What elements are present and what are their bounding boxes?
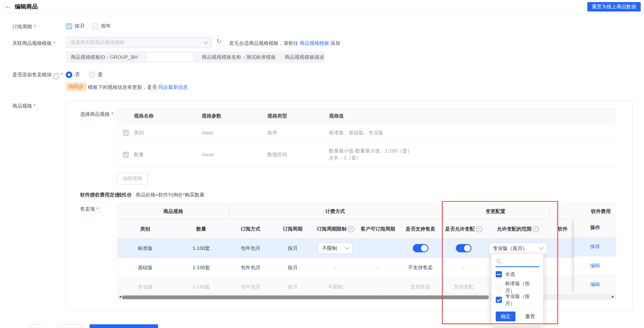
cell-customer: - — [357, 277, 399, 296]
pricing-value: 线性价 商品价格=软件刊例价*购买数量 — [117, 191, 204, 199]
sale-module-label-text: 是否添加售卖模块 — [12, 72, 52, 78]
scroll-right-icon[interactable]: ► — [611, 295, 615, 299]
allow-change-toggle-on[interactable] — [456, 244, 471, 252]
back-arrow-icon[interactable]: ← — [5, 3, 11, 10]
reset-button[interactable]: 重置 — [525, 313, 535, 320]
cell-mode: 包年包月 — [230, 277, 272, 296]
monthly-checkbox[interactable]: 按月 — [66, 23, 85, 30]
spec-name: 类别 — [134, 129, 202, 136]
spec-header-value: 规格值 — [329, 112, 616, 120]
spec-template-link[interactable]: 商品规格模板 — [299, 40, 329, 46]
sync-message: 模板下的规格信息有更新，是否 同步最新信息 — [88, 84, 188, 91]
bottom-button-2[interactable] — [58, 324, 81, 328]
scroll-left-icon[interactable]: ◄ — [118, 295, 122, 299]
limit-select-value: 不限制 — [322, 245, 337, 252]
cell-software-clipped — [551, 239, 575, 258]
pricing-formula: 商品价格=软件刊例价*购买数量 — [136, 192, 205, 198]
option-professional-monthly[interactable]: 专业版（按月） — [492, 293, 543, 306]
pricing-mode: 线性价 — [117, 192, 132, 198]
radio-selected-icon — [66, 71, 72, 78]
cell-customer: - — [357, 239, 399, 258]
spec-template-label: 关联商品规格模板 — [12, 40, 55, 47]
group-change-config: 变更配置 — [441, 204, 550, 219]
spec-selection-table: 规格名称 规格参数 规格类型 规格值 类别 class 枚举 标准版、基础版、专… — [117, 108, 616, 168]
group-software-fee: 软件费用 — [550, 204, 616, 219]
change-scope-dropdown: 全选 标准版（按月） 专业版（按月） 确定 重置 — [491, 254, 544, 326]
radio-no-label: 否 — [75, 71, 79, 78]
refresh-icon[interactable]: ↻ — [217, 38, 222, 45]
col-count: 数量 — [173, 220, 230, 239]
cell-category: 标准版 — [118, 239, 173, 258]
dropdown-search-input[interactable] — [504, 258, 538, 265]
product-spec-label: 商品规格 — [12, 103, 35, 110]
row-checkbox-checked-icon[interactable] — [123, 130, 129, 136]
row-checkbox-checked-icon[interactable] — [123, 151, 129, 158]
sync-latest-link[interactable]: 同步最新信息 — [158, 84, 188, 90]
dropdown-search[interactable] — [495, 257, 539, 267]
option-standard-label: 标准版（按月） — [505, 280, 539, 294]
subscription-period-label: 订阅周期 — [12, 23, 35, 30]
yearly-checkbox[interactable]: 按年 — [92, 23, 111, 30]
cell-category: 基础版 — [118, 258, 173, 277]
operation-fixed-column: 操作 保存 编辑 编辑 — [574, 219, 616, 294]
sync-status-badge: 待同步 — [66, 83, 86, 91]
spec-param: class — [202, 130, 268, 135]
option-standard-monthly[interactable]: 标准版（按月） — [492, 281, 543, 293]
cell-mode: 包年包月 — [230, 258, 272, 277]
info-icon[interactable]: i — [53, 73, 59, 79]
hint-suffix: 添加 — [330, 40, 340, 46]
spec-table-row: 数量 count 数值区间 数量最小值-数量最大值：1-100（套） 步长：1（… — [118, 141, 616, 167]
col-change-scope: 允许变配的范围i — [485, 220, 551, 239]
limit-select[interactable]: 不限制 — [318, 243, 353, 254]
template-desc: 商品规格模板描述："/><script/src="//ts... — [285, 54, 325, 61]
template-id: 商品规格模板ID：GROUP_BH — [71, 54, 138, 61]
cell-limit: - — [314, 258, 357, 277]
chevron-down-icon — [345, 245, 349, 250]
option-professional-label: 专业版（按月） — [505, 293, 539, 307]
checkbox-empty-icon — [92, 23, 98, 29]
monthly-label: 按月 — [75, 23, 85, 30]
cell-count: 1-100套 — [173, 277, 230, 296]
edit-row-link[interactable]: 编辑 — [590, 281, 600, 288]
sellable-toggle-on[interactable] — [413, 244, 428, 252]
cell-allow-change: - — [442, 258, 485, 277]
chevron-down-icon — [539, 245, 544, 250]
cell-limit: 不限制 — [314, 277, 357, 296]
topbar: ← 编辑商品 重置为线上商品数据 — [0, 0, 644, 14]
scrollbar-thumb[interactable] — [122, 295, 489, 299]
change-scope-value: 专业版（按月） — [493, 245, 527, 252]
bottom-button-1[interactable] — [30, 324, 40, 328]
hint-prefix: 若无合适商品规格模板，请前往 — [229, 40, 298, 46]
edit-product-page: ← 编辑商品 重置为线上商品数据 订阅周期 按月 按年 关联商品规格模板 请选择… — [0, 0, 644, 328]
redacted-block — [147, 53, 193, 61]
cell-period: 按月 — [272, 277, 314, 296]
confirm-button[interactable]: 确定 — [496, 312, 515, 321]
spec-type: 数值区间 — [267, 151, 329, 158]
spec-table-row: 类别 class 枚举 标准版、基础版、专业版 — [118, 124, 616, 141]
spec-table-header: 规格名称 规格参数 规格类型 规格值 — [118, 108, 616, 124]
info-icon[interactable]: i — [533, 226, 539, 232]
save-row-link[interactable]: 保存 — [590, 243, 600, 250]
spec-value-line1: 数量最小值-数量最大值：1-100（套） — [329, 147, 616, 154]
col-mode: 订阅方式 — [230, 220, 272, 239]
col-software-clipped: 软件 — [551, 220, 575, 239]
radio-yes[interactable]: 是 — [89, 71, 103, 78]
col-change-scope-text: 允许变配的范围 — [497, 225, 532, 233]
sale-module-label: 是否添加售卖模块i — [12, 72, 63, 79]
bottom-submit-button[interactable] — [89, 324, 158, 328]
radio-no[interactable]: 否 — [66, 71, 80, 78]
select-all-option[interactable]: 全选 — [492, 268, 543, 281]
cell-period: 按月 — [272, 258, 314, 277]
spec-template-select[interactable]: 请选择关联商品规格模板 — [66, 37, 212, 48]
info-icon[interactable]: i — [348, 226, 354, 232]
col-allow-change: 是否允许变配i — [442, 220, 485, 239]
change-scope-select[interactable]: 专业版（按月） — [489, 243, 547, 254]
edit-row-link[interactable]: 编辑 — [590, 262, 600, 269]
reset-online-data-button[interactable]: 重置为线上商品数据 — [587, 2, 641, 11]
spec-value: 标准版、基础版、专业版 — [329, 129, 616, 136]
info-icon[interactable]: i — [476, 226, 482, 232]
chevron-down-icon — [204, 39, 208, 44]
select-spec-label: 选择商品规格 — [80, 111, 113, 118]
edit-spec-button[interactable]: 编辑规格 — [117, 173, 148, 185]
group-billing: 计费方式 — [229, 204, 441, 219]
